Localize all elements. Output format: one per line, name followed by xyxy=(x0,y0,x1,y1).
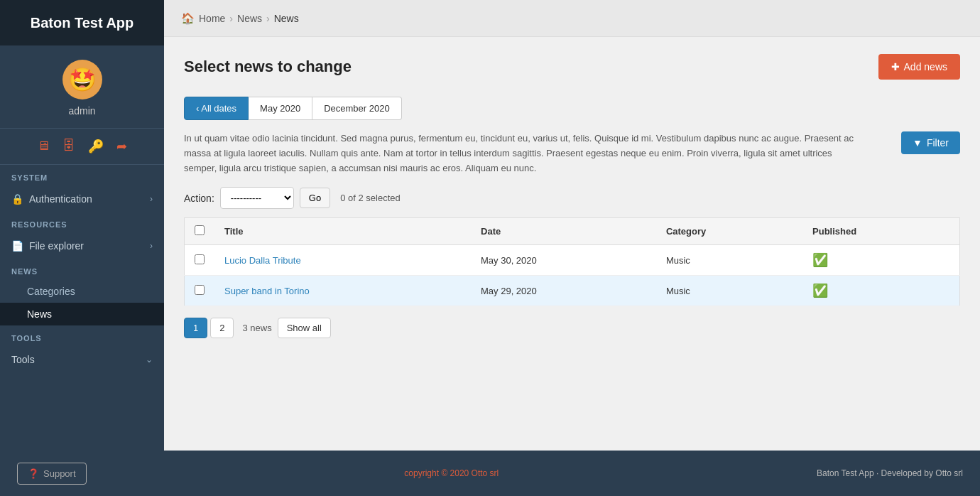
key-icon[interactable]: 🔑 xyxy=(88,139,104,154)
file-icon: 📄 xyxy=(11,240,23,252)
signout-icon[interactable]: ➦ xyxy=(116,139,127,154)
row-checkbox[interactable] xyxy=(195,285,205,295)
chevron-down-icon: ⌄ xyxy=(146,355,153,365)
sidebar-item-label: Tools xyxy=(11,354,35,365)
table-header-title: Title xyxy=(214,218,471,245)
filter-row: In ut quam vitae odio lacinia tincidunt.… xyxy=(184,131,960,176)
tab-december-2020[interactable]: December 2020 xyxy=(312,97,402,120)
sidebar-section-tools: TOOLS xyxy=(0,325,164,347)
table-header-category: Category xyxy=(656,218,802,245)
app-title-text: Baton Test App xyxy=(31,15,134,31)
main-content: 🏠 Home › News › News Select news to chan… xyxy=(164,0,980,451)
page-1-button[interactable]: 1 xyxy=(184,318,207,338)
sidebar-item-categories[interactable]: Categories xyxy=(0,280,164,303)
action-select[interactable]: ---------- xyxy=(220,187,294,209)
table-row: Lucio Dalla Tribute May 30, 2020 Music ✅ xyxy=(185,245,960,276)
filter-description: In ut quam vitae odio lacinia tincidunt.… xyxy=(184,131,859,176)
sidebar: Baton Test App 🤩 admin 🖥 🗄 🔑 ➦ SYSTEM 🔒 … xyxy=(0,0,164,451)
user-profile: 🤩 admin xyxy=(0,45,164,129)
pagination: 1 2 3 news Show all xyxy=(184,318,960,338)
desktop-icon[interactable]: 🖥 xyxy=(37,139,50,154)
selected-count: 0 of 2 selected xyxy=(340,193,401,203)
chevron-right-icon: › xyxy=(150,241,153,251)
plus-icon: ✚ xyxy=(891,61,900,72)
breadcrumb-news-link[interactable]: News xyxy=(237,13,262,24)
sidebar-section-system: SYSTEM xyxy=(0,165,164,186)
show-all-button[interactable]: Show all xyxy=(278,318,331,338)
server-icon[interactable]: 🗄 xyxy=(62,139,75,154)
row-title: Lucio Dalla Tribute xyxy=(214,245,471,276)
published-check-icon: ✅ xyxy=(812,253,828,267)
sidebar-item-news[interactable]: News xyxy=(0,303,164,325)
action-bar: Action: ---------- Go 0 of 2 selected xyxy=(184,187,960,209)
page-2-button[interactable]: 2 xyxy=(210,318,234,338)
news-title-link[interactable]: Lucio Dalla Tribute xyxy=(224,255,301,266)
sidebar-item-tools[interactable]: Tools ⌄ xyxy=(0,347,164,372)
select-all-checkbox[interactable] xyxy=(195,225,205,235)
row-published: ✅ xyxy=(802,276,959,306)
footer: ❓ Support copyright © 2020 Otto srl Bato… xyxy=(0,451,980,496)
home-icon: 🏠 xyxy=(181,12,195,25)
sidebar-item-file-explorer[interactable]: 📄 File explorer › xyxy=(0,233,164,259)
filter-button[interactable]: ▼ Filter xyxy=(901,131,960,154)
tab-all-dates[interactable]: ‹ All dates xyxy=(184,97,249,120)
sidebar-item-label: File explorer xyxy=(29,240,84,252)
content-area: Select news to change ✚ Add news ‹ All d… xyxy=(164,37,980,451)
username: admin xyxy=(68,105,95,117)
news-table: Title Date Category Published Lucio Dall… xyxy=(184,217,960,306)
breadcrumb-home-link[interactable]: Home xyxy=(199,13,225,24)
support-button[interactable]: ❓ Support xyxy=(17,463,87,485)
row-title: Super band in Torino xyxy=(214,276,471,306)
date-filter-tabs: ‹ All dates May 2020 December 2020 xyxy=(184,97,960,120)
row-checkbox[interactable] xyxy=(195,254,205,264)
tab-may-2020[interactable]: May 2020 xyxy=(249,97,312,120)
add-news-button[interactable]: ✚ Add news xyxy=(878,54,960,80)
row-category: Music xyxy=(656,276,802,306)
page-title: Select news to change xyxy=(184,58,352,76)
news-title-link[interactable]: Super band in Torino xyxy=(224,286,310,296)
page-header: Select news to change ✚ Add news xyxy=(184,54,960,80)
row-date: May 30, 2020 xyxy=(471,245,656,276)
row-checkbox-cell xyxy=(185,276,215,306)
sidebar-item-label: Authentication xyxy=(29,193,92,205)
sidebar-section-news: NEWS xyxy=(0,259,164,280)
published-check-icon: ✅ xyxy=(812,284,828,298)
row-published: ✅ xyxy=(802,245,959,276)
breadcrumb: 🏠 Home › News › News xyxy=(164,0,980,37)
table-row: Super band in Torino May 29, 2020 Music … xyxy=(185,276,960,306)
app-title: Baton Test App xyxy=(0,0,164,45)
breadcrumb-current: News xyxy=(274,13,299,24)
sidebar-item-authentication[interactable]: 🔒 Authentication › xyxy=(0,186,164,212)
row-date: May 29, 2020 xyxy=(471,276,656,306)
breadcrumb-sep-2: › xyxy=(266,13,270,24)
filter-icon: ▼ xyxy=(913,137,922,149)
avatar: 🤩 xyxy=(62,60,102,99)
breadcrumb-sep-1: › xyxy=(229,13,233,24)
table-header-checkbox xyxy=(185,218,215,245)
action-label: Action: xyxy=(184,193,214,204)
footer-copyright: copyright © 2020 Otto srl xyxy=(404,468,499,478)
question-icon: ❓ xyxy=(28,468,39,479)
footer-support-area: ❓ Support xyxy=(17,463,87,485)
chevron-right-icon: › xyxy=(150,194,153,204)
footer-credit: Baton Test App · Developed by Otto srl xyxy=(817,468,963,478)
table-header-published: Published xyxy=(802,218,959,245)
sidebar-section-resources: RESOURCES xyxy=(0,212,164,233)
total-count: 3 news xyxy=(242,323,271,333)
row-checkbox-cell xyxy=(185,245,215,276)
table-header-date: Date xyxy=(471,218,656,245)
lock-icon: 🔒 xyxy=(11,193,23,205)
sidebar-quick-icons: 🖥 🗄 🔑 ➦ xyxy=(0,129,164,165)
go-button[interactable]: Go xyxy=(300,188,330,208)
row-category: Music xyxy=(656,245,802,276)
